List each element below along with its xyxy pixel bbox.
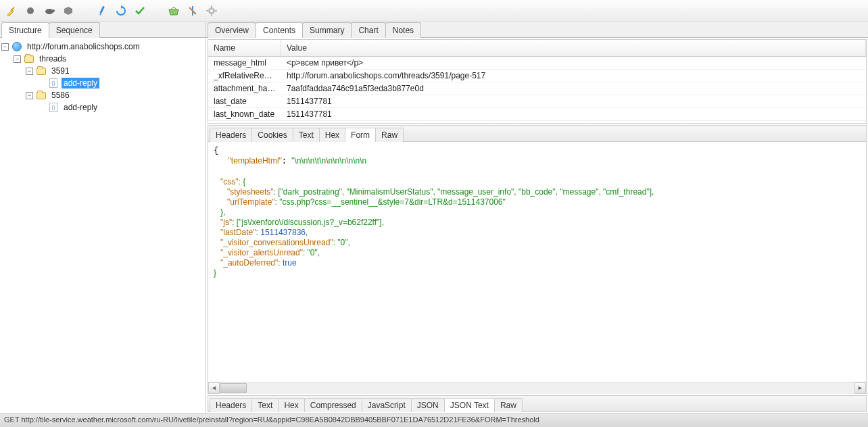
tree-node[interactable]: {}add-reply: [1, 77, 204, 89]
toolbar: [0, 0, 868, 22]
tree-twisty[interactable]: −: [14, 55, 21, 63]
tab-json-text[interactable]: JSON Text: [444, 398, 495, 412]
tree-label[interactable]: 5586: [49, 90, 72, 101]
right-panel: OverviewContentsSummaryChartNotes Name V…: [206, 22, 868, 413]
tab-headers[interactable]: Headers: [210, 128, 252, 142]
svg-point-11: [210, 9, 213, 12]
turtle-icon[interactable]: [43, 5, 55, 17]
svg-rect-14: [206, 10, 208, 11]
tab-text[interactable]: Text: [251, 398, 279, 412]
table-row[interactable]: attachment_hash7aafdfaddaa746c91a5f3eda3…: [208, 82, 866, 95]
tab-hex[interactable]: Hex: [278, 398, 304, 412]
structure-tree: −http://forum.anabolicshops.com−threads−…: [0, 38, 206, 413]
cell-value: 1511437781: [281, 108, 866, 120]
tab-raw[interactable]: Raw: [494, 398, 523, 412]
bottom-tabstrip: HeadersTextHexCompressedJavaScriptJSONJS…: [208, 395, 867, 412]
check-icon[interactable]: [134, 5, 146, 17]
tab-cookies[interactable]: Cookies: [251, 128, 293, 142]
svg-marker-4: [64, 7, 72, 15]
tree-twisty[interactable]: −: [26, 92, 33, 99]
cell-value: http://forum.anabolicshops.com/threads/3…: [281, 70, 866, 82]
scroll-right-arrow[interactable]: ►: [854, 382, 866, 394]
table-row[interactable]: _xfRelativeResolverhttp://forum.anabolic…: [208, 70, 866, 82]
tree-label[interactable]: add-reply: [62, 78, 99, 89]
grid-header-name[interactable]: Name: [208, 40, 281, 56]
tab-sequence[interactable]: Sequence: [49, 22, 100, 38]
tab-contents[interactable]: Contents: [256, 22, 303, 38]
cell-name: attachment_hash: [208, 82, 281, 95]
broom-icon[interactable]: [5, 5, 18, 17]
grid-body[interactable]: message_html<p>всем привет</p>_xfRelativ…: [208, 57, 866, 123]
svg-marker-6: [99, 13, 101, 16]
tree-label[interactable]: add-reply: [62, 102, 99, 113]
grid-header: Name Value: [208, 40, 866, 57]
form-grid: Name Value message_html<p>всем привет</p…: [208, 39, 867, 124]
tab-hex[interactable]: Hex: [319, 128, 345, 142]
tab-structure[interactable]: Structure: [1, 22, 49, 38]
grid-header-value[interactable]: Value: [281, 40, 866, 56]
gear-icon[interactable]: [206, 5, 218, 17]
table-row[interactable]: last_date1511437781: [208, 95, 866, 108]
status-bar: GET http://tile-service.weather.microsof…: [0, 413, 868, 427]
svg-rect-13: [211, 14, 212, 16]
cell-name: last_date: [208, 95, 281, 107]
folder-icon: [36, 90, 47, 101]
cell-name: last_known_date: [208, 108, 281, 120]
tab-raw[interactable]: Raw: [375, 128, 404, 142]
scroll-thumb[interactable]: [220, 383, 247, 393]
tree-node[interactable]: −3591: [1, 65, 204, 77]
tab-javascript[interactable]: JavaScript: [362, 398, 412, 412]
tree-node[interactable]: −threads: [1, 53, 204, 65]
tree-node[interactable]: {}add-reply: [1, 101, 204, 114]
tree-label[interactable]: threads: [37, 53, 68, 64]
tab-form[interactable]: Form: [345, 128, 376, 142]
svg-point-2: [45, 9, 53, 14]
cell-value: <p>всем привет</p>: [281, 57, 866, 69]
tree-twisty[interactable]: −: [1, 43, 9, 51]
horizontal-scrollbar[interactable]: ◄ ►: [208, 382, 866, 393]
tab-json[interactable]: JSON: [411, 398, 445, 412]
tab-text[interactable]: Text: [293, 128, 320, 142]
tree-node[interactable]: −5586: [1, 89, 204, 101]
cell-name: message_html: [208, 57, 281, 69]
tab-notes[interactable]: Notes: [385, 22, 421, 38]
cell-value: 10641,1511437781,32082f7cb301ca0013bd0a4…: [281, 121, 866, 123]
mid-tabstrip: HeadersCookiesTextHexFormRaw: [208, 125, 867, 142]
tab-headers[interactable]: Headers: [210, 398, 252, 412]
tree-twisty[interactable]: −: [26, 68, 33, 75]
pen-icon[interactable]: [96, 5, 108, 17]
folder-icon: [36, 66, 47, 76]
table-row[interactable]: last_known_date1511437781: [208, 108, 866, 121]
tab-compressed[interactable]: Compressed: [304, 398, 362, 412]
hexagon-icon[interactable]: [62, 5, 74, 17]
scroll-left-arrow[interactable]: ◄: [208, 382, 220, 394]
folder-icon: [24, 53, 34, 64]
tree-label[interactable]: 3591: [49, 66, 72, 76]
tree-label[interactable]: http://forum.anabolicshops.com: [25, 41, 142, 52]
cell-name: _xfRelativeResolver: [208, 70, 281, 82]
svg-marker-7: [121, 5, 123, 9]
tools-icon[interactable]: [187, 5, 199, 17]
globe-icon: [11, 41, 22, 52]
tab-chart[interactable]: Chart: [351, 22, 385, 38]
table-row[interactable]: message_html<p>всем привет</p>: [208, 57, 866, 70]
cell-name: _xfToken: [208, 121, 281, 123]
svg-rect-12: [211, 5, 212, 7]
tree-node[interactable]: −http://forum.anabolicshops.com: [1, 41, 204, 53]
cell-value: 1511437781: [281, 95, 866, 107]
right-tabstrip: OverviewContentsSummaryChartNotes: [206, 22, 868, 38]
file-icon: {}: [48, 78, 59, 89]
record-icon[interactable]: [24, 5, 37, 17]
json-view: { "templateHtml": "\n\n\n\t\n\n\n\n\n\n\…: [208, 142, 867, 394]
left-tabstrip: StructureSequence: [0, 22, 206, 38]
scroll-track[interactable]: [220, 382, 854, 394]
table-row[interactable]: _xfToken10641,1511437781,32082f7cb301ca0…: [208, 121, 866, 123]
left-panel: StructureSequence −http://forum.anabolic…: [0, 22, 206, 413]
cell-value: 7aafdfaddaa746c91a5f3eda3b877e0d: [281, 82, 866, 95]
tab-summary[interactable]: Summary: [302, 22, 352, 38]
basket-icon[interactable]: [168, 5, 180, 17]
tab-overview[interactable]: Overview: [208, 22, 256, 38]
svg-point-1: [27, 7, 34, 14]
refresh-icon[interactable]: [115, 5, 127, 17]
json-text[interactable]: { "templateHtml": "\n\n\n\t\n\n\n\n\n\n\…: [208, 142, 866, 382]
